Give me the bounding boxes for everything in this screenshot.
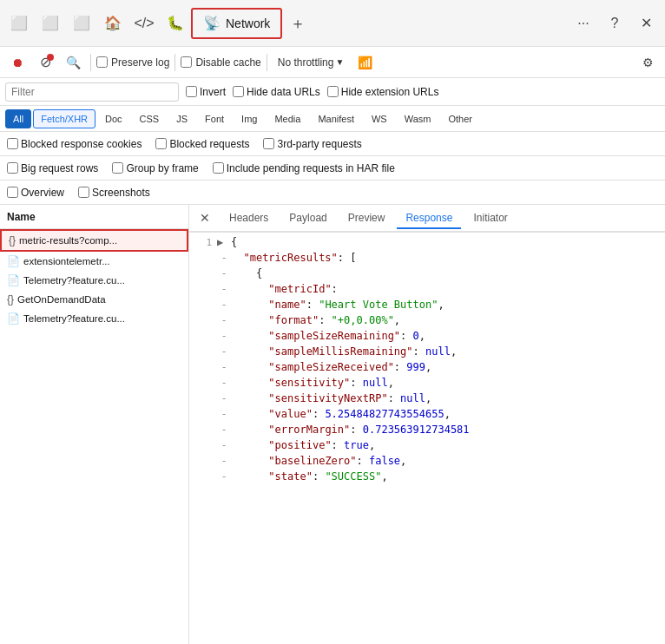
toolbar-divider-1 xyxy=(90,54,91,71)
tab-debug[interactable]: 🐛 xyxy=(160,8,191,39)
third-party-text: 3rd-party requests xyxy=(277,138,361,150)
line-dash-14: - xyxy=(217,455,231,467)
blocked-requests-checkbox[interactable] xyxy=(155,138,167,149)
hide-data-urls-checkbox[interactable] xyxy=(233,86,244,97)
tab-home[interactable]: 🏠 xyxy=(97,8,128,39)
type-btn-ws[interactable]: WS xyxy=(364,109,395,128)
search-button[interactable]: 🔍 xyxy=(61,50,85,75)
big-rows-text: Big request rows xyxy=(21,162,98,174)
help-button[interactable]: ? xyxy=(599,8,630,39)
close-devtools-button[interactable]: ✕ xyxy=(630,8,662,39)
network-item-telemetry-feature2[interactable]: 📄Telemetry?feature.cu... xyxy=(0,309,188,328)
throttle-label: No throttling xyxy=(278,56,334,69)
type-btn-fetch[interactable]: Fetch/XHR xyxy=(33,109,95,128)
type-btn-css[interactable]: CSS xyxy=(132,109,168,128)
blocked-cookies-label[interactable]: Blocked response cookies xyxy=(7,138,142,150)
type-btn-doc[interactable]: Doc xyxy=(97,109,130,128)
network-conditions-icon[interactable]: 📶 xyxy=(352,50,377,75)
tab-initiator[interactable]: Initiator xyxy=(464,208,516,229)
type-btn-manifest[interactable]: Manifest xyxy=(310,109,362,128)
item-icon-extensiontelemetr: 📄 xyxy=(7,255,20,267)
toolbar-divider-3 xyxy=(267,54,267,71)
tab-preview[interactable]: Preview xyxy=(339,208,394,229)
line-number-13 xyxy=(193,439,217,440)
record-button[interactable]: ⏺ xyxy=(5,50,30,75)
hide-extension-urls-label[interactable]: Hide extension URLs xyxy=(327,86,439,98)
type-btn-media[interactable]: Media xyxy=(267,109,308,128)
screenshots-checkbox[interactable] xyxy=(78,187,89,198)
line-number-0: 1 xyxy=(193,236,217,248)
type-btn-all[interactable]: All xyxy=(5,109,31,128)
response-line-7: - "sampleMillisRemaining": null, xyxy=(189,345,665,361)
hide-extension-urls-checkbox[interactable] xyxy=(327,86,339,97)
preserve-log-label[interactable]: Preserve log xyxy=(96,56,169,69)
response-content[interactable]: 1▶{- "metricResults": [- {- "metricId":-… xyxy=(189,233,665,644)
third-party-label[interactable]: 3rd-party requests xyxy=(263,138,361,150)
pending-har-label[interactable]: Include pending requests in HAR file xyxy=(213,162,395,174)
item-label-telemetry-feature1: Telemetry?feature.cu... xyxy=(23,275,125,286)
item-icon-metric-results: {} xyxy=(9,234,16,246)
type-btn-img[interactable]: Img xyxy=(234,109,265,128)
type-btn-other[interactable]: Other xyxy=(440,109,480,128)
hide-data-urls-label[interactable]: Hide data URLs xyxy=(233,86,320,98)
expand-arrow-0[interactable]: ▶ xyxy=(217,236,231,248)
tab-source[interactable]: </> xyxy=(128,8,160,39)
group-frame-text: Group by frame xyxy=(126,162,198,174)
line-content-14: "baselineZero": false, xyxy=(231,455,662,467)
response-line-12: - "errorMargin": 0.723563912734581 xyxy=(189,424,665,439)
blocked-requests-label[interactable]: Blocked requests xyxy=(155,138,249,150)
line-number-8 xyxy=(193,361,217,362)
screenshots-text: Screenshots xyxy=(92,187,150,199)
tab-icon-screenshot2[interactable]: ⬜ xyxy=(35,8,66,39)
group-frame-checkbox[interactable] xyxy=(112,162,123,174)
hide-extension-urls-text: Hide extension URLs xyxy=(341,86,439,98)
overview-checkbox[interactable] xyxy=(7,187,18,198)
response-line-6: - "sampleSizeRemaining": 0, xyxy=(189,330,665,345)
tab-response[interactable]: Response xyxy=(397,208,461,229)
tab-add[interactable]: ＋ xyxy=(282,8,313,39)
response-line-11: - "value": 5.25484827743554655, xyxy=(189,408,665,424)
clear-button[interactable]: ⊘ xyxy=(33,50,57,75)
throttle-dropdown[interactable]: No throttling ▼ xyxy=(273,55,350,70)
blocked-cookies-checkbox[interactable] xyxy=(7,138,18,149)
network-item-extensiontelemetr[interactable]: 📄extensiontelemetr... xyxy=(0,252,188,271)
toolbar: ⏺ ⊘ 🔍 Preserve log Disable cache No thro… xyxy=(0,47,665,78)
name-column-header: Name xyxy=(7,211,36,223)
big-rows-label[interactable]: Big request rows xyxy=(7,162,98,174)
network-item-metric-results[interactable]: {}metric-results?comp... xyxy=(0,229,188,252)
type-btn-font[interactable]: Font xyxy=(197,109,232,128)
response-line-0: 1▶{ xyxy=(189,236,665,252)
big-rows-checkbox[interactable] xyxy=(7,162,18,174)
line-dash-5: - xyxy=(217,314,231,326)
tab-network[interactable]: 📡 Network xyxy=(191,8,282,39)
group-frame-label[interactable]: Group by frame xyxy=(112,162,198,174)
disable-cache-checkbox[interactable] xyxy=(181,56,192,68)
preserve-log-checkbox[interactable] xyxy=(96,56,108,68)
more-options-button[interactable]: ··· xyxy=(568,8,599,39)
type-btn-wasm[interactable]: Wasm xyxy=(397,109,439,128)
pending-har-checkbox[interactable] xyxy=(213,162,224,174)
close-response-pane-button[interactable]: ✕ xyxy=(196,209,214,227)
invert-checkbox[interactable] xyxy=(186,86,197,97)
response-line-3: - "metricId": xyxy=(189,283,665,299)
disable-cache-label[interactable]: Disable cache xyxy=(181,56,260,69)
overview-label[interactable]: Overview xyxy=(7,187,64,199)
tab-payload[interactable]: Payload xyxy=(280,208,335,229)
settings-button[interactable]: ⚙ xyxy=(635,50,660,75)
network-items-list: {}metric-results?comp...📄extensionteleme… xyxy=(0,229,188,328)
tab-icon-screenshot[interactable]: ⬜ xyxy=(3,8,35,39)
disable-cache-text: Disable cache xyxy=(195,56,260,69)
hide-data-urls-text: Hide data URLs xyxy=(247,86,320,98)
response-line-1: - "metricResults": [ xyxy=(189,252,665,267)
blocked-checks-row: Blocked response cookies Blocked request… xyxy=(0,132,665,156)
tab-icon-square[interactable]: ⬜ xyxy=(66,8,97,39)
invert-label[interactable]: Invert xyxy=(186,86,226,98)
network-item-telemetry-feature1[interactable]: 📄Telemetry?feature.cu... xyxy=(0,271,188,290)
overview-row: Overview Screenshots xyxy=(0,181,665,205)
screenshots-label[interactable]: Screenshots xyxy=(78,187,150,199)
network-item-getondemanddata[interactable]: {}GetOnDemandData xyxy=(0,290,188,309)
third-party-checkbox[interactable] xyxy=(263,138,274,149)
filter-input[interactable] xyxy=(5,82,179,102)
type-btn-js[interactable]: JS xyxy=(168,109,195,128)
tab-headers[interactable]: Headers xyxy=(221,208,277,229)
